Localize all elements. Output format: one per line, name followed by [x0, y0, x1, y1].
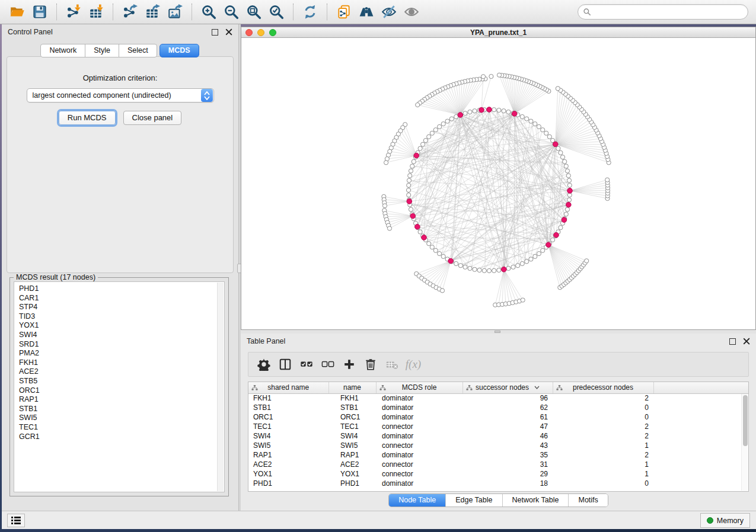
table-scrollbar-thumb[interactable]	[743, 395, 748, 446]
float-panel-icon[interactable]	[212, 29, 218, 36]
cell-successor-nodes[interactable]: 46	[462, 431, 553, 441]
mcds-hub-node[interactable]	[422, 235, 427, 241]
show-all-button[interactable]	[400, 2, 423, 21]
panel-menu-button[interactable]	[7, 514, 25, 527]
cell-mcds-role[interactable]: connector	[376, 469, 462, 479]
mcds-result-item[interactable]: STB1	[17, 405, 216, 414]
run-mcds-button[interactable]: Run MCDS	[59, 111, 116, 125]
cell-shared-name[interactable]: SWI4	[248, 431, 328, 441]
cell-shared-name[interactable]: STB1	[248, 403, 328, 412]
cell-mcds-role[interactable]: connector	[376, 460, 462, 469]
cell-shared-name[interactable]: YOX1	[248, 469, 328, 479]
close-table-panel-icon[interactable]	[743, 338, 750, 345]
mcds-hub-node[interactable]	[415, 224, 420, 229]
cell-predecessor-nodes[interactable]: 0	[553, 412, 653, 422]
import-network-button[interactable]	[62, 2, 85, 21]
find-button[interactable]	[355, 2, 378, 21]
table-row[interactable]: RAP1 RAP1 dominator 35 2	[248, 450, 749, 460]
cell-name[interactable]: TEC1	[328, 422, 376, 431]
table-row[interactable]: FKH1 FKH1 dominator 96 2	[248, 393, 749, 403]
clone-network-button[interactable]	[333, 2, 355, 21]
cell-predecessor-nodes[interactable]: 2	[553, 393, 653, 403]
cell-name[interactable]: FKH1	[328, 393, 376, 403]
mcds-result-item[interactable]: PMA2	[17, 349, 216, 358]
mcds-result-item[interactable]: STP4	[17, 303, 216, 312]
mcds-hub-node[interactable]	[407, 199, 412, 204]
cell-mcds-role[interactable]: connector	[376, 422, 462, 431]
mcds-hub-node[interactable]	[566, 202, 572, 207]
mcds-result-item[interactable]: ORC1	[17, 386, 216, 396]
tab-select[interactable]: Select	[119, 44, 157, 57]
cell-mcds-role[interactable]: dominator	[376, 403, 462, 412]
memory-button[interactable]: Memory	[700, 513, 750, 528]
mcds-hub-node[interactable]	[502, 267, 507, 272]
cell-successor-nodes[interactable]: 62	[462, 403, 553, 412]
horizontal-splitter-grip[interactable]	[495, 331, 500, 333]
mcds-hub-node[interactable]	[567, 188, 573, 194]
open-folder-button[interactable]	[6, 2, 28, 21]
mcds-hub-node[interactable]	[448, 258, 454, 264]
mcds-hub-node[interactable]	[414, 153, 419, 158]
mcds-hub-node[interactable]	[553, 142, 558, 147]
cell-successor-nodes[interactable]: 61	[462, 412, 553, 422]
cell-shared-name[interactable]: RAP1	[248, 450, 328, 460]
cell-name[interactable]: SWI5	[328, 441, 376, 450]
zoom-fit-button[interactable]	[243, 2, 265, 21]
cell-name[interactable]: STB1	[328, 403, 376, 412]
export-image-button[interactable]	[164, 2, 186, 21]
network-window-titlebar[interactable]: YPA_prune.txt_1	[241, 27, 755, 38]
tab-style[interactable]: Style	[85, 44, 119, 57]
column-header-MCDS-role[interactable]: MCDS role	[376, 382, 462, 393]
cell-predecessor-nodes[interactable]: 1	[553, 460, 653, 469]
zoom-out-button[interactable]	[220, 2, 243, 21]
mcds-result-item[interactable]: PHD1	[17, 284, 216, 294]
cell-mcds-role[interactable]: dominator	[376, 450, 462, 460]
hide-selected-button[interactable]	[378, 2, 400, 21]
cell-successor-nodes[interactable]: 31	[462, 460, 553, 469]
mcds-result-item[interactable]: TEC1	[17, 423, 216, 432]
search-input[interactable]	[595, 8, 743, 16]
cell-name[interactable]: PHD1	[328, 479, 376, 488]
tab-node-table[interactable]: Node Table	[389, 494, 445, 507]
mcds-hub-node[interactable]	[512, 111, 517, 117]
cell-shared-name[interactable]: ORC1	[248, 412, 328, 422]
tab-network[interactable]: Network	[40, 44, 85, 57]
import-table-button[interactable]	[85, 2, 107, 21]
export-table-button[interactable]	[141, 2, 164, 21]
cell-name[interactable]: YOX1	[328, 469, 376, 479]
mcds-hub-node[interactable]	[479, 107, 484, 113]
split-columns-button[interactable]	[275, 354, 296, 374]
column-header-predecessor-nodes[interactable]: predecessor nodes	[553, 382, 653, 393]
cell-name[interactable]: RAP1	[328, 450, 376, 460]
search-box[interactable]	[578, 4, 748, 20]
cell-name[interactable]: ORC1	[328, 412, 376, 422]
cell-mcds-role[interactable]: dominator	[376, 393, 462, 403]
cell-predecessor-nodes[interactable]: 0	[553, 403, 653, 412]
deselect-all-button[interactable]	[317, 354, 339, 374]
table-row[interactable]: STB1 STB1 dominator 62 0	[248, 403, 749, 412]
mcds-result-item[interactable]: GCR1	[17, 432, 216, 442]
result-scrollbar[interactable]	[217, 283, 224, 491]
mcds-result-item[interactable]: RAP1	[17, 395, 216, 405]
table-row[interactable]: TEC1 TEC1 connector 47 2	[248, 422, 749, 431]
mcds-result-item[interactable]: ACE2	[17, 367, 216, 377]
cell-mcds-role[interactable]: dominator	[376, 431, 462, 441]
cell-mcds-role[interactable]: dominator	[376, 479, 462, 488]
network-nodes[interactable]	[382, 73, 611, 307]
table-row[interactable]: YOX1 YOX1 connector 29 1	[248, 469, 749, 479]
cell-predecessor-nodes[interactable]: 0	[553, 479, 653, 488]
cell-predecessor-nodes[interactable]: 2	[553, 422, 653, 431]
cell-name[interactable]: SWI4	[328, 431, 376, 441]
float-table-panel-icon[interactable]	[729, 338, 736, 345]
cell-successor-nodes[interactable]: 18	[462, 479, 553, 488]
optimization-criterion-select[interactable]: largest connected component (undirected)	[27, 88, 214, 102]
table-scrollbar[interactable]	[741, 394, 748, 491]
column-header-successor-nodes[interactable]: successor nodes	[462, 382, 553, 393]
column-header-shared-name[interactable]: shared name	[248, 382, 328, 393]
delete-column-button[interactable]	[360, 354, 381, 374]
mcds-hub-node[interactable]	[562, 217, 567, 223]
mcds-hub-node[interactable]	[546, 242, 551, 248]
cell-shared-name[interactable]: PHD1	[248, 479, 328, 488]
cell-mcds-role[interactable]: dominator	[376, 412, 462, 422]
add-column-button[interactable]	[339, 354, 360, 374]
